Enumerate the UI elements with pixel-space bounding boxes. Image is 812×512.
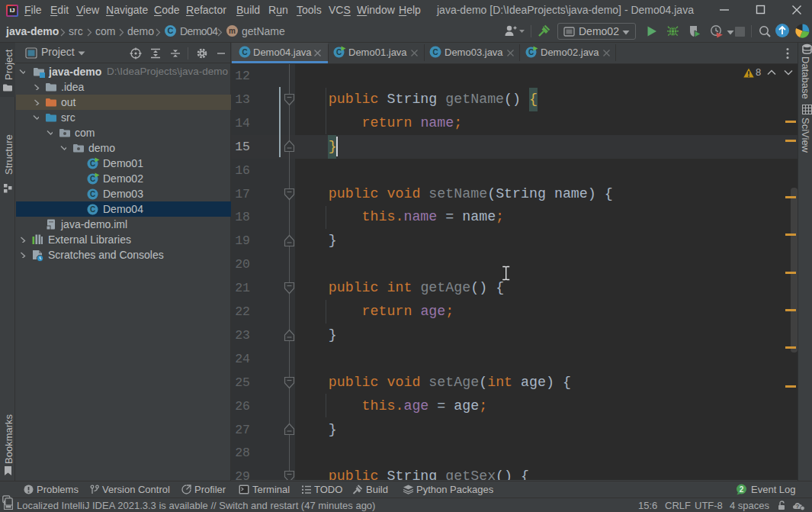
svg-text:C: C: [90, 205, 95, 214]
svg-text:C: C: [432, 48, 438, 56]
svg-text:C: C: [90, 159, 95, 168]
svg-text:C: C: [90, 175, 95, 183]
svg-text:2: 2: [740, 485, 744, 494]
svg-text:C: C: [336, 48, 342, 56]
svg-text:C: C: [528, 48, 534, 56]
svg-text:?: ?: [796, 503, 800, 510]
svg-text:C: C: [90, 190, 95, 198]
svg-text:C: C: [242, 48, 247, 56]
